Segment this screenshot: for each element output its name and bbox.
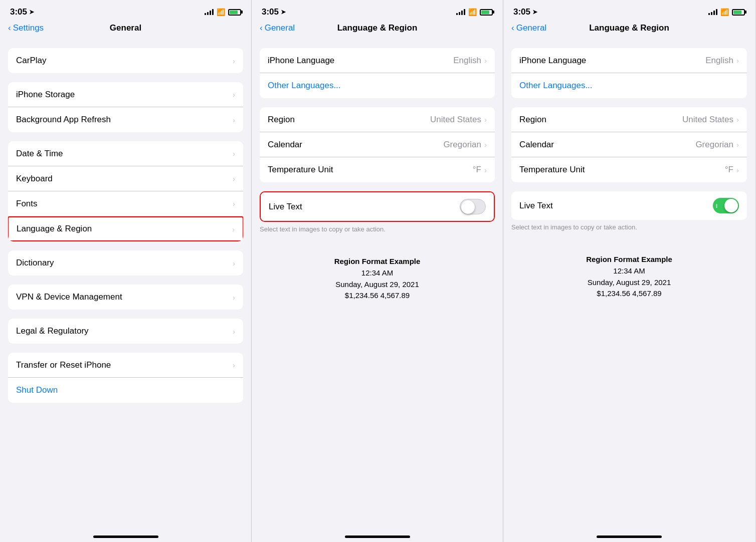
home-indicator-3 bbox=[597, 535, 662, 538]
transfer-reset-label: Transfer or Reset iPhone bbox=[16, 360, 233, 370]
live-text-toggle-2[interactable] bbox=[460, 199, 486, 214]
status-time-2: 3:05 ➤ bbox=[262, 7, 286, 17]
gap-p3-2 bbox=[503, 98, 755, 107]
settings-group-2: iPhone Storage › Background App Refresh … bbox=[8, 82, 243, 132]
gap-7a bbox=[0, 344, 251, 353]
settings-group-4: Dictionary › bbox=[8, 250, 243, 276]
nav-title-1: General bbox=[110, 23, 141, 33]
fonts-item[interactable]: Fonts › bbox=[8, 191, 243, 216]
gap-p3-1 bbox=[503, 39, 755, 48]
transfer-reset-item[interactable]: Transfer or Reset iPhone › bbox=[8, 353, 243, 378]
signal-bar-3 bbox=[210, 11, 211, 15]
region-label-3: Region bbox=[519, 115, 682, 125]
home-indicator-1 bbox=[93, 535, 158, 538]
nav-bar-2: ‹ General Language & Region bbox=[252, 21, 503, 39]
carplay-label: CarPlay bbox=[16, 56, 233, 66]
wifi-icon-3: 📶 bbox=[720, 8, 729, 16]
live-text-label-2: Live Text bbox=[269, 202, 460, 212]
nav-back-1[interactable]: ‹ Settings bbox=[8, 23, 44, 33]
carplay-item[interactable]: CarPlay › bbox=[8, 48, 243, 73]
legal-label: Legal & Regulatory bbox=[16, 326, 233, 336]
scroll-content-2[interactable]: iPhone Language English › Other Language… bbox=[252, 39, 503, 542]
status-bar-1: 3:05 ➤ 📶 bbox=[0, 0, 251, 21]
live-text-item-3[interactable]: Live Text I bbox=[511, 191, 747, 220]
region-item-3[interactable]: Region United States › bbox=[511, 107, 747, 132]
iphone-storage-label: iPhone Storage bbox=[16, 90, 233, 100]
fonts-label: Fonts bbox=[16, 199, 233, 209]
temperature-item-2[interactable]: Temperature Unit °F › bbox=[260, 157, 495, 182]
back-chevron-3: ‹ bbox=[511, 23, 514, 33]
wifi-icon-1: 📶 bbox=[217, 8, 225, 16]
background-app-refresh-item[interactable]: Background App Refresh › bbox=[8, 107, 243, 132]
region-format-time-3: 12:34 AM Sunday, August 29, 2021 $1,234.… bbox=[511, 265, 747, 300]
region-chevron-3: › bbox=[736, 115, 739, 124]
transfer-reset-chevron: › bbox=[233, 361, 235, 369]
settings-group-1: CarPlay › bbox=[8, 48, 243, 73]
live-text-label-3: Live Text bbox=[519, 201, 713, 211]
scroll-content-3[interactable]: iPhone Language English › Other Language… bbox=[503, 39, 755, 542]
iphone-language-item-2[interactable]: iPhone Language English › bbox=[260, 48, 495, 73]
signal-bars-1 bbox=[205, 9, 214, 15]
other-languages-item-3[interactable]: Other Languages... bbox=[511, 73, 747, 98]
fonts-chevron: › bbox=[233, 199, 235, 208]
region-format-title-3: Region Format Example bbox=[511, 255, 747, 263]
iphone-language-value-3: English bbox=[705, 56, 733, 66]
other-languages-label-3: Other Languages... bbox=[519, 81, 593, 91]
nav-back-3[interactable]: ‹ General bbox=[511, 23, 546, 33]
other-languages-item-2[interactable]: Other Languages... bbox=[260, 73, 495, 98]
nav-back-label-3[interactable]: General bbox=[516, 23, 546, 33]
signal-bar-4 bbox=[212, 9, 214, 15]
calendar-value-3: Gregorian bbox=[695, 140, 733, 150]
iphone-language-label-2: iPhone Language bbox=[268, 56, 453, 66]
gap-p2-1 bbox=[252, 39, 503, 48]
battery-icon-3 bbox=[732, 9, 745, 16]
vpn-item[interactable]: VPN & Device Management › bbox=[8, 285, 243, 310]
settings-group-5: VPN & Device Management › bbox=[8, 285, 243, 310]
gap-4a bbox=[0, 241, 251, 250]
temperature-chevron-3: › bbox=[736, 166, 739, 174]
battery-icon-1 bbox=[228, 9, 241, 16]
keyboard-label: Keyboard bbox=[16, 174, 233, 184]
legal-chevron: › bbox=[233, 327, 235, 336]
live-text-toggle-3[interactable]: I bbox=[713, 198, 739, 213]
language-region-item[interactable]: Language & Region › bbox=[8, 216, 243, 241]
other-languages-label-2: Other Languages... bbox=[268, 81, 341, 91]
live-text-desc-2: Select text in images to copy or take ac… bbox=[252, 222, 503, 240]
nav-back-2[interactable]: ‹ General bbox=[260, 23, 295, 33]
nav-back-label-1[interactable]: Settings bbox=[13, 23, 44, 33]
background-app-refresh-label: Background App Refresh bbox=[16, 115, 233, 125]
dictionary-label: Dictionary bbox=[16, 258, 233, 268]
status-bar-3: 3:05 ➤ 📶 bbox=[503, 0, 755, 21]
dictionary-item[interactable]: Dictionary › bbox=[8, 250, 243, 276]
nav-bar-3: ‹ General Language & Region bbox=[503, 21, 755, 39]
keyboard-chevron: › bbox=[233, 174, 235, 183]
scroll-content-1[interactable]: CarPlay › iPhone Storage › Background Ap… bbox=[0, 39, 251, 542]
shut-down-item[interactable]: Shut Down bbox=[8, 378, 243, 403]
battery-icon-2 bbox=[480, 9, 493, 16]
nav-back-label-2[interactable]: General bbox=[265, 23, 295, 33]
gap-5a bbox=[0, 276, 251, 285]
settings-group-3: Date & Time › Keyboard › Fonts › Languag… bbox=[8, 141, 243, 241]
back-chevron-2: ‹ bbox=[260, 23, 263, 33]
status-icons-1: 📶 bbox=[205, 8, 241, 16]
iphone-language-item-3[interactable]: iPhone Language English › bbox=[511, 48, 747, 73]
temperature-label-3: Temperature Unit bbox=[519, 165, 725, 175]
legal-item[interactable]: Legal & Regulatory › bbox=[8, 319, 243, 344]
vpn-chevron: › bbox=[233, 293, 235, 302]
gap-1a bbox=[0, 39, 251, 48]
live-text-section-3: Live Text I bbox=[511, 191, 747, 220]
gap-p2-4 bbox=[252, 240, 503, 249]
calendar-item-3[interactable]: Calendar Gregorian › bbox=[511, 132, 747, 157]
calendar-item-2[interactable]: Calendar Gregorian › bbox=[260, 132, 495, 157]
region-item-2[interactable]: Region United States › bbox=[260, 107, 495, 132]
region-format-3: Region Format Example 12:34 AM Sunday, A… bbox=[503, 247, 755, 308]
live-text-wrapper-2: Live Text bbox=[252, 191, 503, 222]
gap-p3-4 bbox=[503, 238, 755, 247]
date-time-label: Date & Time bbox=[16, 149, 233, 159]
keyboard-item[interactable]: Keyboard › bbox=[8, 166, 243, 191]
temperature-value-3: °F bbox=[725, 165, 733, 175]
date-time-item[interactable]: Date & Time › bbox=[8, 141, 243, 166]
live-text-item-2[interactable]: Live Text bbox=[261, 192, 494, 221]
iphone-storage-item[interactable]: iPhone Storage › bbox=[8, 82, 243, 107]
temperature-item-3[interactable]: Temperature Unit °F › bbox=[511, 157, 747, 182]
